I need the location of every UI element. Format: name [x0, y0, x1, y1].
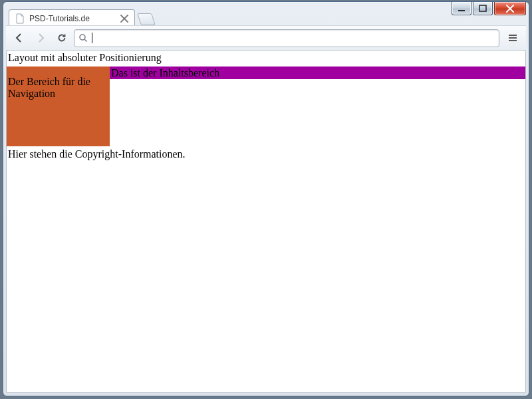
- svg-rect-0: [458, 10, 465, 11]
- close-button[interactable]: [494, 2, 526, 15]
- menu-button[interactable]: [503, 29, 522, 47]
- content-region: Das ist der Inhaltsbereich: [110, 66, 525, 79]
- tab-close-button[interactable]: [120, 14, 129, 23]
- close-icon: [120, 14, 129, 23]
- arrow-left-icon: [14, 33, 25, 43]
- minimize-button[interactable]: [452, 2, 471, 15]
- forward-button[interactable]: [31, 29, 50, 47]
- browser-window: PSD-Tutorials.de Layo: [3, 1, 529, 396]
- maximize-icon: [479, 5, 487, 13]
- close-icon: [505, 5, 515, 13]
- new-tab-button[interactable]: [137, 13, 156, 25]
- svg-point-2: [80, 35, 85, 40]
- window-controls: [452, 2, 529, 17]
- tab-strip: PSD-Tutorials.de: [9, 8, 154, 27]
- search-icon: [78, 33, 88, 43]
- page-heading: Layout mit absoluter Positionierung: [8, 52, 525, 64]
- tab-title: PSD-Tutorials.de: [29, 14, 90, 23]
- reload-icon: [57, 33, 67, 43]
- text-cursor: [92, 33, 92, 43]
- maximize-button[interactable]: [473, 2, 493, 15]
- arrow-right-icon: [35, 33, 46, 43]
- browser-tab[interactable]: PSD-Tutorials.de: [9, 9, 135, 27]
- url-input[interactable]: [96, 31, 495, 45]
- reload-button[interactable]: [53, 29, 71, 47]
- page-footer: Hier stehen die Copyright-Informationen.: [8, 148, 525, 160]
- page-content: Layout mit absoluter Positionierung Das …: [7, 52, 525, 160]
- svg-rect-1: [479, 5, 486, 11]
- layout-demo: Das ist der Inhaltsbereich Der Bereich f…: [7, 66, 525, 146]
- browser-toolbar: [6, 25, 526, 51]
- address-bar[interactable]: [74, 29, 499, 47]
- page-icon: [15, 13, 25, 24]
- page-viewport: Layout mit absoluter Positionierung Das …: [6, 51, 526, 393]
- back-button[interactable]: [10, 29, 29, 47]
- minimize-icon: [458, 5, 466, 13]
- navigation-region: Der Bereich für die Navigation: [7, 66, 110, 146]
- hamburger-icon: [507, 33, 518, 43]
